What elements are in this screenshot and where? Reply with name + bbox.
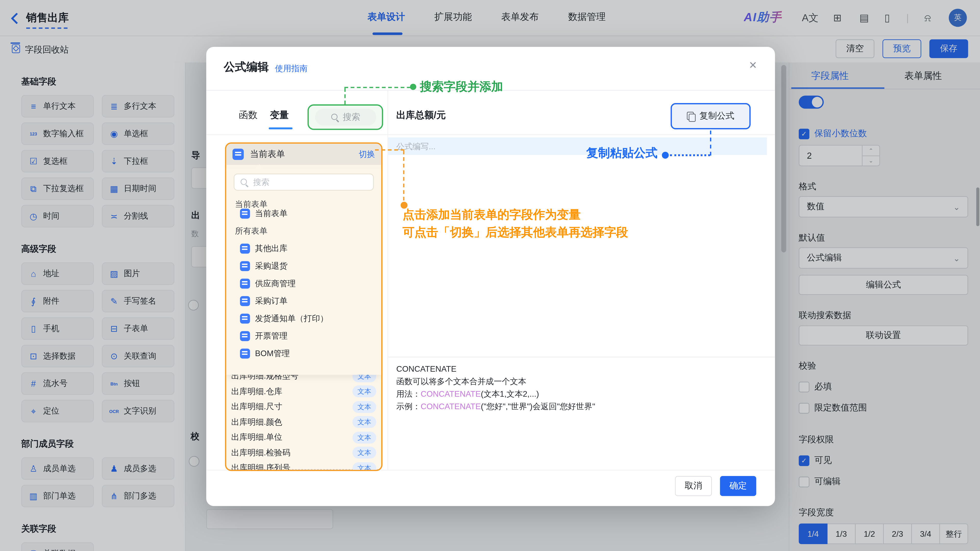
field-type-tag: 文本 (352, 432, 376, 444)
blue-annotation-hline (670, 154, 710, 156)
modal-tabrow-divider (206, 135, 775, 135)
help-fn-name: CONCATENATE (396, 363, 595, 375)
form-icon (240, 349, 250, 359)
green-annotation-dot (410, 84, 416, 90)
formula-editor-placeholder: 公式编写... (396, 141, 436, 152)
form-icon (240, 296, 250, 306)
variable-field-row[interactable]: 出库明细.仓库 文本 (226, 384, 381, 399)
form-icon (240, 244, 250, 254)
app-root: 销售出库 表单设计 扩展功能 表单发布 数据管理 AI助手 A文 ⊞ ▤ ▯ |… (0, 0, 980, 551)
help-example: 示例：CONCATENATE("您好","世界")会返回"您好世界" (396, 400, 595, 413)
current-form-label: 当前表单 (250, 149, 285, 160)
field-type-tag: 文本 (352, 401, 376, 413)
popup-notch (255, 164, 264, 168)
variable-tip-line1: 点击添加当前表单的字段作为变量 (402, 207, 581, 223)
form-selector-header[interactable]: 当前表单 切换 (226, 144, 381, 165)
cancel-button[interactable]: 取消 (675, 476, 712, 496)
form-selector-popup: 搜索 当前表单 当前表单 所有表单 其他出库 采购退货 供应商管理 采购订单 发… (226, 168, 381, 375)
formula-editor-modal: 公式编辑 使用指南 ✕ 函数 变量 搜索 出库总额/元 复制公式 公式编写...… (206, 47, 775, 506)
usage-guide-link[interactable]: 使用指南 (275, 63, 307, 74)
variable-field-row[interactable]: 出库明细.尺寸 文本 (226, 399, 381, 414)
form-option[interactable]: 采购订单 (240, 295, 287, 306)
copy-formula-button[interactable]: 复制公式 (671, 103, 751, 129)
green-annotation-vline (344, 88, 345, 104)
group-all-forms: 所有表单 (235, 225, 267, 237)
form-icon (240, 279, 250, 289)
function-help: CONCATENATE 函数可以将多个文本合并成一个文本 用法：CONCATEN… (396, 363, 595, 413)
confirm-button[interactable]: 确定 (720, 476, 756, 496)
orange-annotation-hline (375, 149, 404, 151)
form-icon (240, 261, 250, 271)
formula-field-name: 出库总额/元 (396, 110, 446, 121)
form-option[interactable]: 其他出库 (240, 243, 287, 254)
variable-tip-line2: 可点击「切换」后选择其他表单再选择字段 (402, 224, 628, 241)
form-icon (240, 209, 250, 219)
close-icon[interactable]: ✕ (749, 59, 757, 71)
form-option[interactable]: 采购退货 (240, 260, 287, 272)
popup-search-input[interactable]: 搜索 (234, 174, 374, 191)
variable-field-row[interactable]: 出库明细.颜色 文本 (226, 414, 381, 430)
search-icon (240, 178, 248, 186)
help-desc: 函数可以将多个文本合并成一个文本 (396, 375, 595, 388)
field-type-tag: 文本 (352, 386, 376, 398)
green-annotation-hline (344, 87, 410, 88)
variable-field-row[interactable]: 出库明细.检验码 文本 (226, 445, 381, 460)
variable-field-list: 出库明细.规格型号 文本 出库明细.仓库 文本 出库明细.尺寸 文本 (226, 368, 381, 471)
form-option[interactable]: 供应商管理 (240, 278, 296, 289)
variable-field-row[interactable]: 出库明细.序列号 文本 (226, 460, 381, 471)
blue-annotation-dot (662, 152, 669, 159)
copy-tip-text: 复制粘贴公式 (550, 145, 657, 161)
form-option[interactable]: BOM管理 (240, 348, 290, 359)
form-icon (240, 313, 250, 324)
orange-annotation-vline (403, 151, 404, 200)
variable-field-row[interactable]: 出库明细.单位 文本 (226, 430, 381, 445)
help-usage: 用法：CONCATENATE(文本1,文本2,...) (396, 388, 595, 400)
switch-form-link[interactable]: 切换 (359, 149, 375, 160)
form-option[interactable]: 发货通知单（打印） (240, 313, 328, 324)
variable-search-button[interactable]: 搜索 (307, 104, 383, 130)
field-type-tag: 文本 (352, 462, 376, 471)
search-pill: 搜索 (315, 109, 376, 125)
form-option[interactable]: 开票管理 (240, 330, 287, 342)
blue-annotation-vline (710, 130, 711, 156)
field-type-tag: 文本 (352, 447, 376, 459)
help-divider (388, 357, 775, 357)
modal-tab-indicator (269, 127, 293, 129)
search-tip-text: 搜索字段并添加 (420, 79, 503, 95)
modal-title: 公式编辑 (224, 59, 269, 75)
tab-functions[interactable]: 函数 (239, 110, 258, 121)
form-icon (240, 331, 250, 341)
variable-panel-highlight: 当前表单 切换 出库明细.规格型号 文本 出库明细.仓库 文本 (225, 142, 383, 471)
form-icon (232, 149, 244, 160)
copy-icon (687, 112, 694, 121)
help-example-fn: CONCATENATE (421, 402, 481, 411)
field-type-tag: 文本 (352, 416, 376, 428)
form-option[interactable]: 当前表单 (240, 208, 287, 219)
help-usage-fn: CONCATENATE (421, 389, 481, 399)
tab-variables[interactable]: 变量 (270, 110, 289, 121)
search-icon (330, 113, 339, 121)
